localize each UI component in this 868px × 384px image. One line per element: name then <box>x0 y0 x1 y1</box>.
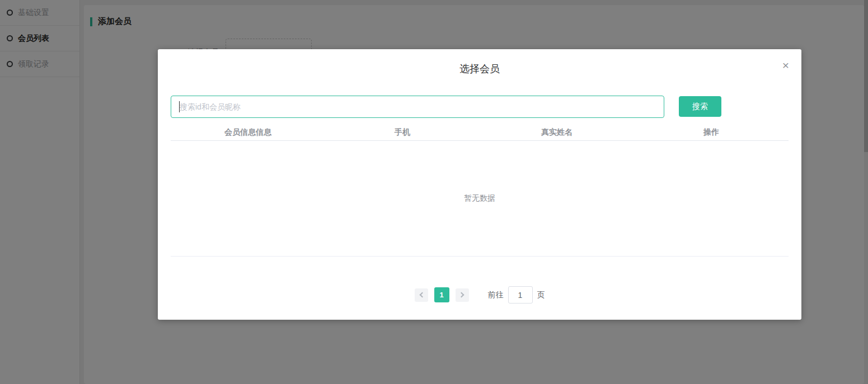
column-header-phone: 手机 <box>325 127 480 138</box>
chevron-left-icon <box>419 292 425 298</box>
app-root: 基础设置 会员列表 领取记录 添加会员 选择会员 选择会员 × 搜索 会员信息信… <box>0 0 868 384</box>
chevron-right-icon <box>458 292 464 298</box>
page-jumper: 前往 页 <box>488 286 545 304</box>
dialog-title: 选择会员 <box>158 63 801 74</box>
prev-page-button[interactable] <box>415 288 428 302</box>
close-icon[interactable]: × <box>778 58 794 73</box>
page-jumper-input[interactable] <box>508 286 533 304</box>
column-header-real-name: 真实姓名 <box>480 127 634 138</box>
column-header-member-info: 会员信息信息 <box>171 127 325 138</box>
text-caret <box>179 101 180 112</box>
jumper-suffix-label: 页 <box>537 290 545 300</box>
pagination: 1 前往 页 <box>158 286 801 304</box>
column-header-actions: 操作 <box>634 127 789 138</box>
page-number-button[interactable]: 1 <box>434 287 449 302</box>
next-page-button[interactable] <box>456 288 469 302</box>
jumper-prefix-label: 前往 <box>488 290 504 300</box>
table-header-row: 会员信息信息 手机 真实姓名 操作 <box>171 124 789 141</box>
empty-state-text: 暂无数据 <box>464 193 495 203</box>
select-member-dialog: 选择会员 × 搜索 会员信息信息 手机 真实姓名 操作 暂无数据 1 前往 页 <box>158 49 801 320</box>
search-input[interactable] <box>171 96 664 118</box>
search-button[interactable]: 搜索 <box>679 96 721 117</box>
table-empty-zone: 暂无数据 <box>171 141 789 257</box>
